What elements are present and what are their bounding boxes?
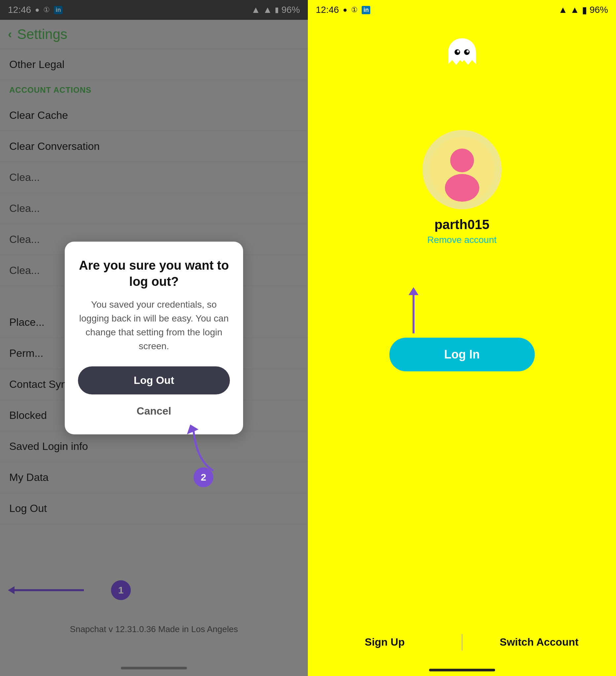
- sign-up-button[interactable]: Sign Up: [308, 628, 462, 656]
- remove-account-link[interactable]: Remove account: [427, 235, 497, 245]
- snapchat-ghost-icon: [442, 36, 482, 76]
- right-arrow-annotation: [400, 287, 427, 333]
- left-panel: 12:46 ● ① in ▲ ▲ ▮ 96% ‹ Settings Other …: [0, 0, 308, 676]
- snapchat-logo-container: [442, 36, 482, 77]
- badge-2: 2: [194, 467, 213, 487]
- arrow-2-annotation: 2: [184, 421, 223, 487]
- wifi-right-right: ▲: [559, 5, 568, 15]
- wifi-icon-right: ●: [343, 6, 347, 14]
- logout-dialog: Are you sure you want to log out? You sa…: [65, 242, 243, 435]
- svg-point-5: [457, 50, 459, 53]
- battery-pct-right: 96%: [589, 5, 608, 15]
- num-icon-right: ①: [351, 6, 358, 14]
- profile-avatar: [422, 130, 502, 209]
- switch-account-button[interactable]: Switch Account: [462, 628, 616, 656]
- linkedin-icon-right: in: [362, 6, 370, 14]
- battery-right: ▮: [582, 5, 587, 15]
- status-bar-left-right: 12:46 ● ① in: [316, 5, 370, 15]
- bottom-actions: Sign Up Switch Account: [308, 628, 616, 656]
- bottom-nav-right: [429, 669, 495, 671]
- signal-right-right: ▲: [570, 5, 579, 15]
- svg-marker-0: [187, 425, 199, 434]
- arrow-2-svg: [184, 421, 223, 474]
- right-panel: 12:46 ● ① in ▲ ▲ ▮ 96%: [308, 0, 616, 676]
- time-right: 12:46: [316, 5, 339, 15]
- dialog-title: Are you sure you want to log out?: [78, 258, 230, 290]
- dialog-logout-button[interactable]: Log Out: [78, 367, 230, 394]
- svg-point-6: [466, 50, 469, 53]
- right-arrow-svg: [400, 287, 427, 333]
- svg-point-9: [445, 174, 479, 202]
- svg-marker-11: [409, 287, 418, 295]
- profile-username: parth015: [434, 217, 490, 232]
- svg-point-8: [450, 149, 474, 172]
- dialog-overlay: Are you sure you want to log out? You sa…: [0, 0, 308, 676]
- status-bar-right-right: ▲ ▲ ▮ 96%: [559, 5, 608, 15]
- login-button[interactable]: Log In: [390, 338, 535, 371]
- dialog-body: You saved your credentials, so logging b…: [78, 298, 230, 353]
- right-status-bar: 12:46 ● ① in ▲ ▲ ▮ 96%: [308, 0, 616, 20]
- profile-section: parth015 Remove account: [422, 130, 502, 245]
- avatar-silhouette: [429, 137, 495, 203]
- dialog-cancel-button[interactable]: Cancel: [137, 401, 171, 421]
